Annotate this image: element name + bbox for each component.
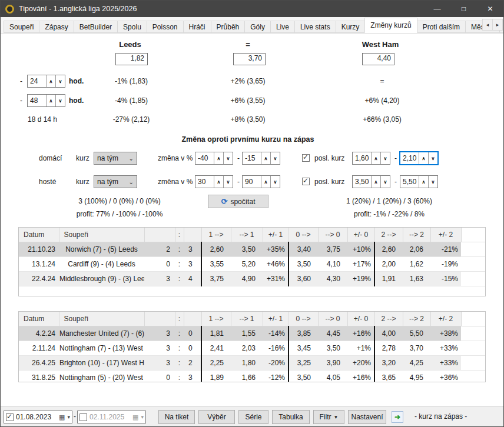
cell[interactable]: 3 bbox=[144, 341, 175, 356]
cell[interactable]: 4,10 bbox=[318, 257, 347, 272]
cell[interactable]: 3,75 bbox=[201, 272, 231, 286]
spinner-up-icon[interactable]: ∧ bbox=[419, 176, 428, 188]
spinner-up-icon[interactable]: ∧ bbox=[46, 95, 55, 106]
tab-poisson[interactable]: Poisson bbox=[147, 21, 184, 33]
go-to-odds-button[interactable]: ➜ bbox=[392, 411, 403, 423]
spinner-down-icon[interactable]: ∨ bbox=[55, 95, 65, 106]
cell[interactable]: 3,75 bbox=[318, 242, 347, 257]
tab-live[interactable]: Live bbox=[270, 21, 295, 33]
home-last-to-spinner[interactable]: 2,10 ∧ ∨ bbox=[400, 152, 438, 165]
spinner-value[interactable]: -40 bbox=[195, 152, 214, 164]
match-row[interactable]: 26.4.25Brighton (10) - (17) West Ham3:22… bbox=[19, 356, 485, 371]
cell[interactable]: Norwich (7) - (5) Leeds bbox=[59, 242, 144, 257]
match-row[interactable]: 2.11.24Nottingham (7) - (13) West Han3:0… bbox=[19, 341, 485, 356]
home-last-odd-checkbox[interactable]: ✓ bbox=[302, 154, 310, 162]
cell[interactable]: Manchester United (7) - (6) We bbox=[59, 326, 144, 341]
cell[interactable]: : bbox=[175, 371, 184, 383]
cell[interactable]: 0 bbox=[184, 326, 201, 341]
cell[interactable]: 3 bbox=[184, 242, 201, 257]
cell[interactable]: : bbox=[175, 326, 184, 341]
cell[interactable]: 2,60 bbox=[374, 242, 403, 257]
cell[interactable]: 3,40 bbox=[289, 242, 318, 257]
cell[interactable]: -16% bbox=[263, 341, 289, 356]
cell[interactable]: +16% bbox=[347, 326, 374, 341]
cell[interactable]: +36% bbox=[430, 371, 461, 383]
cell[interactable]: +33% bbox=[430, 341, 461, 356]
away-change-to-spinner[interactable]: 90 ∧ ∨ bbox=[242, 175, 280, 188]
match-row[interactable]: 21.10.23Norwich (7) - (5) Leeds2:32,603,… bbox=[19, 242, 485, 257]
spinner-value[interactable]: 90 bbox=[243, 176, 261, 188]
cell[interactable]: 1,63 bbox=[403, 272, 430, 286]
tab-goly[interactable]: Góly bbox=[244, 21, 271, 33]
nastaveni-button[interactable]: Nastavení bbox=[348, 410, 386, 424]
cell[interactable]: 2 bbox=[144, 242, 175, 257]
cell[interactable]: 3,50 bbox=[289, 257, 318, 272]
cell[interactable]: 1,91 bbox=[374, 272, 403, 286]
vyber-button[interactable]: Výběr bbox=[198, 410, 235, 424]
cell[interactable]: 22.4.24 bbox=[19, 272, 59, 286]
cell[interactable]: 2,00 bbox=[374, 257, 403, 272]
hours-24-spinner[interactable]: 24 ∧ ∨ bbox=[27, 75, 65, 88]
cell[interactable]: 0 bbox=[144, 257, 175, 272]
cell[interactable]: -14% bbox=[263, 326, 289, 341]
cell[interactable]: 2,60 bbox=[201, 242, 231, 257]
spinner-down-icon[interactable]: ∨ bbox=[223, 152, 233, 164]
cell[interactable]: +16% bbox=[347, 371, 374, 383]
dropdown-icon[interactable]: ▾ bbox=[141, 414, 144, 420]
away-last-to-spinner[interactable]: 5,50 ∧ ∨ bbox=[400, 175, 438, 188]
cell[interactable]: +20% bbox=[347, 356, 374, 371]
spinner-value[interactable]: 2,10 bbox=[400, 152, 419, 164]
cell[interactable]: 3 bbox=[144, 326, 175, 341]
cell[interactable]: 5,20 bbox=[231, 257, 263, 272]
spinner-value[interactable]: -15 bbox=[243, 152, 261, 164]
cell[interactable]: -20% bbox=[263, 356, 289, 371]
cell[interactable]: 0 bbox=[144, 371, 175, 383]
maximize-button[interactable]: □ bbox=[450, 1, 477, 17]
spinner-up-icon[interactable]: ∧ bbox=[371, 176, 380, 188]
cell[interactable]: -21% bbox=[430, 242, 461, 257]
cell[interactable]: 3,45 bbox=[289, 341, 318, 356]
cell[interactable]: 2,03 bbox=[231, 341, 263, 356]
cell[interactable]: 3,70 bbox=[403, 341, 430, 356]
cell[interactable]: Brighton (10) - (17) West Ham bbox=[59, 356, 144, 371]
cell[interactable]: 2,78 bbox=[374, 341, 403, 356]
cell[interactable]: 3,85 bbox=[289, 326, 318, 341]
cell[interactable]: 1,81 bbox=[201, 326, 231, 341]
spinner-up-icon[interactable]: ∧ bbox=[261, 176, 270, 188]
cell[interactable]: 3 bbox=[144, 272, 175, 286]
cell[interactable]: 5,50 bbox=[403, 326, 430, 341]
cell[interactable]: 26.4.25 bbox=[19, 356, 59, 371]
serie-button[interactable]: Série bbox=[238, 410, 268, 424]
cell[interactable]: 4.2.24 bbox=[19, 326, 59, 341]
cell[interactable]: 4 bbox=[184, 272, 201, 286]
cell[interactable]: 3,50 bbox=[318, 341, 347, 356]
cell[interactable]: 4,30 bbox=[318, 272, 347, 286]
spinner-down-icon[interactable]: ∨ bbox=[223, 176, 233, 188]
spinner-value[interactable]: 3,50 bbox=[353, 176, 371, 188]
calendar-icon[interactable]: ▦ bbox=[59, 413, 65, 421]
cell[interactable]: Cardiff (9) - (4) Leeds bbox=[59, 257, 144, 272]
date-from-value[interactable]: 01.08.2023 bbox=[16, 413, 57, 421]
spinner-down-icon[interactable]: ∨ bbox=[270, 176, 280, 188]
cell[interactable]: 21.10.23 bbox=[19, 242, 59, 257]
cell[interactable]: 4,05 bbox=[318, 371, 347, 383]
tab-hraci[interactable]: Hráči bbox=[183, 21, 211, 33]
cell[interactable]: : bbox=[175, 356, 184, 371]
spinner-down-icon[interactable]: ∨ bbox=[270, 152, 280, 164]
away-change-from-spinner[interactable]: 30 ∧ ∨ bbox=[195, 175, 233, 188]
cell[interactable]: 3,90 bbox=[318, 356, 347, 371]
spinner-down-icon[interactable]: ∨ bbox=[428, 152, 437, 164]
cell[interactable]: 2.11.24 bbox=[19, 341, 59, 356]
date-from-picker[interactable]: ✓ 01.08.2023 ▦ ▾ bbox=[4, 411, 72, 423]
cell[interactable]: Nottingham (5) - (20) West Han bbox=[59, 371, 144, 383]
cell[interactable]: Nottingham (7) - (13) West Han bbox=[59, 341, 144, 356]
cell[interactable]: 2 bbox=[184, 356, 201, 371]
spinner-value[interactable]: 1,60 bbox=[353, 152, 371, 164]
date-from-checkbox[interactable]: ✓ bbox=[6, 413, 14, 421]
cell[interactable]: 3,20 bbox=[374, 356, 403, 371]
cell[interactable]: +10% bbox=[347, 242, 374, 257]
cell[interactable]: 13.1.24 bbox=[19, 257, 59, 272]
cell[interactable]: -19% bbox=[430, 257, 461, 272]
away-last-odd-checkbox[interactable]: ✓ bbox=[302, 178, 310, 185]
cell[interactable]: 0 bbox=[184, 341, 201, 356]
